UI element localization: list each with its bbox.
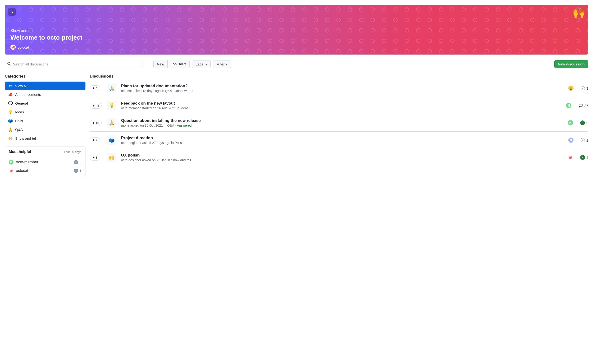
upvote-button[interactable]: 7: [90, 137, 100, 143]
arrow-up-icon: [92, 104, 95, 107]
helpful-count: 6: [80, 160, 81, 164]
new-discussion-button[interactable]: New discussion: [554, 60, 588, 68]
banner-author[interactable]: 🐙 octocat: [10, 45, 583, 50]
avatar[interactable]: M: [568, 137, 573, 143]
discussion-meta: octocat asked 18 days ago in Q&A · Unans…: [121, 89, 565, 93]
category-icon: 🙏: [8, 127, 13, 132]
comment-count[interactable]: ✓4: [580, 155, 588, 160]
discussion-title[interactable]: Feedback on the new layout: [121, 101, 563, 106]
svg-point-5: [12, 11, 13, 11]
helpful-user-name: octocat: [16, 169, 28, 173]
discussions-section: Discussions 6 🙏 Plans for updated docume…: [90, 74, 588, 166]
discussion-meta: octo-engineer asked 27 days ago in Polls: [121, 141, 565, 145]
sort-button-group: New Top: All ▾: [153, 60, 190, 68]
category-list: ∞View all📣Announcements💬General💡Ideas🗳️P…: [5, 82, 86, 143]
discussion-meta: octo-member started on 26 Aug 2021 in Id…: [121, 106, 563, 110]
discussion-row[interactable]: 8 🙌 UX polish octo-designer asked on 25 …: [90, 149, 588, 166]
comment-icon: [579, 103, 583, 108]
search-wrap: [5, 60, 142, 68]
discussion-row[interactable]: 10 🙏 Question about installing the new r…: [90, 114, 588, 132]
answered-check-icon: ✓: [580, 155, 585, 160]
category-label: Ideas: [15, 110, 24, 114]
banner-menu-button[interactable]: [8, 8, 16, 16]
upvote-button[interactable]: 10: [90, 120, 102, 126]
sidebar-category-item[interactable]: ∞View all: [5, 82, 86, 90]
banner-emoji: 🙌: [572, 7, 585, 19]
category-icon: 🙌: [8, 136, 13, 141]
caret-down-icon: ▾: [183, 62, 186, 66]
search-icon: [7, 62, 11, 66]
discussion-meta: octo-designer asked on 25 Jan in Show an…: [121, 158, 565, 162]
sidebar-category-item[interactable]: 🗳️Polls: [5, 117, 86, 125]
category-icon: 🗳️: [8, 119, 13, 123]
sidebar-category-item[interactable]: 📣Announcements: [5, 90, 86, 99]
avatar[interactable]: 🐙: [568, 155, 573, 160]
sidebar-category-item[interactable]: 💡Ideas: [5, 108, 86, 117]
upvote-button[interactable]: 6: [90, 85, 100, 91]
comment-count[interactable]: ✓3: [581, 86, 588, 90]
most-helpful-subtitle: Last 30 days: [64, 150, 81, 154]
svg-point-7: [12, 12, 13, 13]
top-sort-button[interactable]: Top: All ▾: [167, 60, 189, 68]
most-helpful-title: Most helpful: [9, 150, 31, 154]
discussion-row[interactable]: 48 💡 Feedback on the new layout octo-mem…: [90, 97, 588, 114]
discussion-title[interactable]: UX polish: [121, 153, 565, 158]
comment-count[interactable]: ✓1: [581, 138, 588, 142]
upvote-count: 8: [96, 156, 97, 159]
category-icon: 📣: [8, 92, 13, 97]
avatar[interactable]: 😸: [568, 86, 573, 91]
avatar: M: [9, 160, 13, 165]
helpful-user-row[interactable]: 🐙 octocat ✓1: [9, 166, 81, 175]
sidebar-category-item[interactable]: 💬General: [5, 99, 86, 108]
search-input[interactable]: [5, 60, 142, 68]
category-label: Announcements: [15, 92, 41, 97]
discussion-row[interactable]: 7 🗳️ Project direction octo-engineer ask…: [90, 132, 588, 149]
avatar[interactable]: M: [566, 103, 571, 108]
categories-heading: Categories: [5, 74, 86, 79]
filter-button[interactable]: Filter ▾: [213, 60, 231, 68]
discussion-title[interactable]: Question about installing the new releas…: [121, 118, 565, 123]
check-circle-icon: ✓: [581, 86, 585, 90]
comment-count[interactable]: 27: [579, 103, 588, 108]
caret-down-icon: ▾: [205, 63, 207, 66]
category-icon: 💬: [8, 101, 13, 105]
banner-title[interactable]: Welcome to octo-project: [10, 34, 583, 41]
upvote-button[interactable]: 48: [90, 103, 102, 109]
helpful-user-row[interactable]: M octo-member ✓6: [9, 158, 81, 166]
check-icon: ✓: [74, 169, 78, 173]
category-icon: 💡: [8, 110, 13, 114]
avatar[interactable]: M: [568, 120, 573, 125]
discussion-list: 6 🙏 Plans for updated documentation? oct…: [90, 82, 588, 166]
answered-check-icon: ✓: [580, 120, 585, 125]
upvote-count: 48: [96, 104, 99, 107]
discussion-title[interactable]: Project direction: [121, 136, 565, 140]
discussion-category-icon: 🙏: [107, 118, 116, 128]
arrow-up-icon: [92, 122, 95, 124]
banner-author-name: octocat: [18, 45, 29, 49]
sidebar: Categories ∞View all📣Announcements💬Gener…: [5, 74, 86, 178]
discussion-meta: mona asked on 30 Oct 2021 in Q&A · Answe…: [121, 124, 565, 127]
discussions-heading: Discussions: [90, 74, 588, 79]
category-label: View all: [15, 84, 27, 88]
upvote-count: 7: [96, 138, 97, 142]
svg-line-9: [10, 65, 11, 65]
caret-down-icon: ▾: [226, 63, 227, 66]
upvote-button[interactable]: 8: [90, 155, 100, 161]
arrow-up-icon: [92, 139, 95, 141]
sidebar-category-item[interactable]: 🙌Show and tell: [5, 134, 86, 143]
discussion-category-icon: 💡: [107, 101, 116, 110]
banner-category: Show and tell: [10, 29, 583, 33]
check-circle-icon: ✓: [581, 138, 585, 142]
discussion-status: Answered: [177, 124, 192, 127]
label-filter-button[interactable]: Label ▾: [192, 60, 211, 68]
svg-point-6: [11, 12, 11, 13]
pinned-banner: 🙌 Show and tell Welcome to octo-project …: [5, 5, 588, 55]
discussion-title[interactable]: Plans for updated documentation?: [121, 84, 565, 88]
discussion-row[interactable]: 6 🙏 Plans for updated documentation? oct…: [90, 82, 588, 97]
upvote-count: 10: [96, 121, 99, 125]
comment-count[interactable]: ✓5: [580, 120, 588, 125]
new-sort-button[interactable]: New: [153, 60, 167, 68]
discussion-category-icon: 🗳️: [107, 135, 116, 145]
toolbar: New Top: All ▾ Label ▾ Filter ▾ New disc…: [5, 60, 588, 68]
sidebar-category-item[interactable]: 🙏Q&A: [5, 125, 86, 134]
